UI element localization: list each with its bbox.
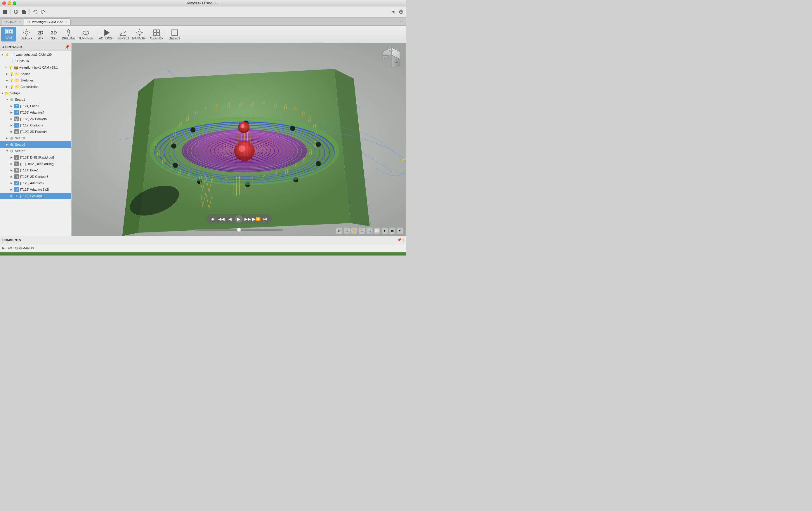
tree-item-18[interactable]: ▶ ↓ [T1] Drill2 [Deep drilling] xyxy=(0,160,71,167)
apps-icon[interactable] xyxy=(2,9,8,15)
tree-arrow-3[interactable]: ▼ xyxy=(5,66,8,69)
tree-item-1[interactable]: ▼ 💡 📄 watertight box1 CAM v29 xyxy=(0,51,71,58)
tree-arrow-18[interactable]: ▶ xyxy=(10,162,14,165)
ribbon-setup[interactable]: SETUP ▾ xyxy=(20,28,33,40)
tree-arrow-7[interactable]: ▼ xyxy=(1,92,5,95)
viewport-display-dropdown[interactable]: ▾ xyxy=(381,228,388,234)
tree-arrow-14[interactable]: ▶ xyxy=(6,137,9,140)
ribbon-inspect[interactable]: INSPECT xyxy=(115,28,130,40)
navigation-cube[interactable]: TOP FRONT RIGHT xyxy=(380,46,403,69)
tree-arrow-21[interactable]: ▶ xyxy=(10,182,14,184)
comments-pin-icon[interactable]: 📌 xyxy=(397,238,402,242)
new-file-icon[interactable] xyxy=(13,9,20,15)
tab-cam-close[interactable]: ✕ xyxy=(65,21,67,24)
tree-item-5[interactable]: ▶ 💡 📁 Sketches xyxy=(0,77,71,84)
tree-item-15[interactable]: ▶ ⚙ Setup4 xyxy=(0,141,71,148)
sidebar-collapse-arrow[interactable]: ◀ xyxy=(2,45,4,49)
ribbon-manage[interactable]: MANAGE ▾ xyxy=(131,28,148,40)
tree-arrow-12[interactable]: ▶ xyxy=(10,124,14,127)
viewport-tool-zoom-fit[interactable]: ⊟ xyxy=(359,228,365,234)
pb-rewind[interactable]: ◀ xyxy=(226,215,234,223)
viewport-tool-2[interactable]: ⊞ xyxy=(344,228,350,234)
tree-item-19[interactable]: ▶ ⊕ [T114] Bore1 xyxy=(0,167,71,174)
viewport-tool-pan[interactable]: ✋ xyxy=(351,228,357,234)
pb-forward[interactable]: ▶▶ xyxy=(244,215,252,223)
viewport-tool-1[interactable]: ⊕ xyxy=(336,228,342,234)
pb-skip-end[interactable]: ⏭ xyxy=(261,215,269,223)
tree-item-14[interactable]: ▶ ⚙ Setup3 xyxy=(0,135,71,141)
viewport-tool-display[interactable]: ⬜ xyxy=(374,228,380,234)
tree-item-9[interactable]: ▶ ≡ [T171] Face1 xyxy=(0,103,71,109)
tree-arrow-9[interactable]: ▶ xyxy=(10,104,14,108)
tree-arrow-13[interactable]: ▶ xyxy=(10,130,14,133)
tree-item-6[interactable]: ▶ 💡 📁 Construction xyxy=(0,84,71,90)
tree-arrow-20[interactable]: ▶ xyxy=(10,175,14,178)
pb-play[interactable]: ▶ xyxy=(235,215,243,223)
tree-arrow-1[interactable]: ▼ xyxy=(1,53,5,56)
pb-rewind-fast[interactable]: ◀◀ xyxy=(218,215,225,223)
ribbon-turning[interactable]: TURNING ▾ xyxy=(77,28,95,40)
tab-untitled-close[interactable]: ✕ xyxy=(19,21,21,24)
undo-icon[interactable] xyxy=(32,9,38,15)
tree-item-4[interactable]: ▶ 💡 📁 Bodies xyxy=(0,71,71,77)
tree-item-23[interactable]: ▶ ≈ [T118] Scallop1 xyxy=(0,193,71,199)
tree-item-13[interactable]: ▶ ◎ [T102] 2D Pocket4 xyxy=(0,128,71,135)
addins-icon xyxy=(152,29,161,37)
ribbon-addins[interactable]: ADD-INS ▾ xyxy=(148,28,165,40)
close-button[interactable] xyxy=(2,1,6,5)
ribbon-drilling[interactable]: DRILLING xyxy=(61,28,77,40)
ribbon-cam[interactable]: CAM xyxy=(1,27,17,41)
tree-item-11[interactable]: ▶ ◎ [T133] 2D Pocket5 xyxy=(0,116,71,122)
tree-item-10[interactable]: ▶ ↗ [T133] Adaptive4 xyxy=(0,109,71,116)
tree-arrow-10[interactable]: ▶ xyxy=(10,111,14,114)
tree-arrow-5[interactable]: ▶ xyxy=(6,79,9,82)
scrubber-thumb[interactable] xyxy=(237,228,241,232)
save-icon[interactable] xyxy=(21,9,27,15)
tab-untitled[interactable]: Untitled* ✕ xyxy=(1,19,24,25)
tree-item-20[interactable]: ▶ ◇ [T123] 2D Contour3 xyxy=(0,174,71,180)
scrubber-bar[interactable] xyxy=(195,229,283,231)
tree-arrow-11[interactable]: ▶ xyxy=(10,117,14,120)
tree-label-8: Setup1 xyxy=(15,98,25,101)
maximize-button[interactable] xyxy=(13,1,17,5)
tree-arrow-4[interactable]: ▶ xyxy=(6,72,9,76)
tree-arrow-17[interactable]: ▶ xyxy=(10,156,14,159)
tree-item-17[interactable]: ▶ ↓ [T131] Drill1 [Rapid out] xyxy=(0,154,71,160)
tree-item-7[interactable]: ▼ 📁 Setups xyxy=(0,90,71,96)
tree-item-21[interactable]: ▶ ↗ [T123] Adaptive2 xyxy=(0,180,71,186)
tree-arrow-15[interactable]: ▶ xyxy=(6,143,9,146)
toolbar-dropdown-icon[interactable] xyxy=(390,9,397,15)
svg-point-9 xyxy=(401,12,401,13)
tree-arrow-23[interactable]: ▶ xyxy=(10,194,14,198)
ribbon-3d[interactable]: 3D 3D ▾ xyxy=(47,28,60,40)
ribbon-actions[interactable]: ACTIONS ▾ xyxy=(98,28,115,40)
tree-arrow-19[interactable]: ▶ xyxy=(10,169,14,172)
tree-arrow-16[interactable]: ▼ xyxy=(6,150,9,152)
ribbon-2d[interactable]: 2D 2D ▾ xyxy=(34,28,47,40)
actions-icon xyxy=(102,29,110,37)
ribbon-select[interactable]: SELECT xyxy=(168,28,181,40)
tree-item-22[interactable]: ▶ ↗ [T113] Adaptive2 (2) xyxy=(0,186,71,193)
pb-forward-fast[interactable]: ▶⏩ xyxy=(253,215,260,223)
tree-item-8[interactable]: ▼ ⚙ Setup1 xyxy=(0,96,71,103)
2d-icon: 2D xyxy=(36,29,45,37)
viewport-grid-dropdown[interactable]: ▾ xyxy=(397,228,403,234)
viewport[interactable]: TOP FRONT RIGHT ⏮ ◀◀ ◀ ▶ ▶▶ ▶⏩ ⏭ ⊕ ⊞ ✋ ⊟… xyxy=(71,43,406,236)
pb-skip-start[interactable]: ⏮ xyxy=(209,215,216,223)
tree-item-16[interactable]: ▼ ⚙ Setup2 xyxy=(0,148,71,154)
tree-item-3[interactable]: ▼ 💡 📦 watertight box1 CAM v29:1 xyxy=(0,64,71,71)
tree-arrow-22[interactable]: ▶ xyxy=(10,188,14,191)
viewport-tool-zoom[interactable]: 🔍 xyxy=(366,228,373,234)
tree-arrow-6[interactable]: ▶ xyxy=(6,85,9,88)
minimize-button[interactable] xyxy=(8,1,11,5)
tree-item-2[interactable]: 📄 Units: in xyxy=(0,58,71,64)
sidebar-pin-icon[interactable]: 📌 xyxy=(64,45,69,49)
collapse-icon[interactable]: ⌃ xyxy=(398,19,405,25)
tab-cam[interactable]: ⚙ watertight...CAM v29* ✕ xyxy=(24,19,71,25)
tree-item-12[interactable]: ▶ ~ [T112] Contour2 xyxy=(0,122,71,128)
viewport-grid[interactable]: ⊞ xyxy=(389,228,396,234)
help-icon[interactable] xyxy=(398,9,404,15)
tree-arrow-8[interactable]: ▼ xyxy=(6,98,9,101)
comments-expand-icon[interactable]: | xyxy=(403,238,404,241)
redo-icon[interactable] xyxy=(40,9,46,15)
